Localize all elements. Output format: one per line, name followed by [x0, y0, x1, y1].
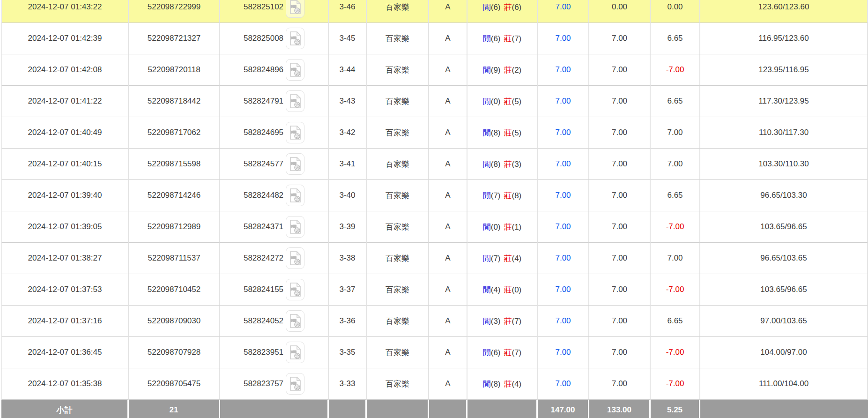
banker-label: 莊 [504, 34, 512, 43]
video-replay-button[interactable] [286, 122, 304, 143]
records-body: 2024-12-07 01:43:22 522098722999 5828251… [1, 0, 868, 400]
video-replay-button[interactable] [286, 373, 304, 395]
balance: 117.30/123.95 [700, 86, 868, 117]
video-replay-button[interactable] [286, 216, 304, 238]
round-id: 582823951 [244, 348, 283, 357]
video-replay-button[interactable] [286, 28, 304, 49]
balance: 123.60/123.60 [700, 0, 868, 23]
banker-label: 莊 [504, 97, 512, 106]
banker-score: (3) [512, 160, 522, 169]
banker-score: (4) [512, 380, 522, 388]
round-id: 582824695 [244, 128, 283, 137]
game-name: 百家樂 [367, 117, 429, 149]
banker-score: (7) [512, 34, 522, 43]
game-result: 閒(4)莊(0) [467, 274, 538, 306]
video-replay-button[interactable] [286, 90, 304, 112]
bet-id: 522098707928 [129, 337, 220, 368]
game-name: 百家樂 [367, 180, 429, 211]
valid-amount: 0.00 [589, 0, 651, 23]
game-result: 閒(6)莊(7) [467, 23, 538, 54]
bet-amount: 7.00 [538, 306, 589, 337]
round-cell: 582824155 [220, 274, 329, 306]
banker-label: 莊 [504, 317, 512, 326]
win-loss: -7.00 [651, 211, 700, 243]
balance: 104.00/97.00 [700, 337, 868, 368]
win-loss: 7.00 [651, 243, 700, 274]
player-score: (8) [491, 128, 501, 137]
balance: 96.65/103.30 [700, 180, 868, 211]
player-score: (7) [491, 254, 501, 263]
video-replay-button[interactable] [286, 342, 304, 363]
game-result: 閒(8)莊(3) [467, 149, 538, 180]
game-name: 百家樂 [367, 0, 429, 23]
valid-amount: 7.00 [589, 117, 651, 149]
video-replay-button[interactable] [286, 59, 304, 81]
video-replay-button[interactable] [286, 310, 304, 332]
player-score: (8) [491, 160, 501, 169]
subtotal-bet-total: 147.00 [538, 400, 589, 418]
round-id: 582825102 [244, 2, 283, 11]
banker-label: 莊 [504, 3, 512, 12]
player-label: 閒 [483, 317, 491, 326]
win-loss: 6.65 [651, 180, 700, 211]
round-cell: 582825102 [220, 0, 329, 23]
bet-time: 2024-12-07 01:39:05 [1, 211, 129, 243]
table-row: 2024-12-07 01:37:16 522098709030 5828240… [1, 306, 868, 337]
table-row: 2024-12-07 01:39:05 522098712989 5828243… [1, 211, 868, 243]
table-round: 3-43 [329, 86, 367, 117]
banker-score: (7) [512, 348, 522, 357]
game-name: 百家樂 [367, 274, 429, 306]
game-result: 閒(6)莊(7) [467, 337, 538, 368]
subtotal-empty-cell [220, 400, 329, 418]
game-name: 百家樂 [367, 86, 429, 117]
balance: 103.65/96.65 [700, 274, 868, 306]
subtotal-body: 小計 21 147.00 133.00 5.25 [1, 400, 868, 418]
game-name: 百家樂 [367, 368, 429, 400]
banker-label: 莊 [504, 285, 512, 294]
table-round: 3-42 [329, 117, 367, 149]
banker-score: (4) [512, 254, 522, 263]
bet-time: 2024-12-07 01:40:15 [1, 149, 129, 180]
round-id: 582825008 [244, 34, 283, 43]
player-label: 閒 [483, 34, 491, 43]
round-id: 582824577 [244, 159, 283, 168]
round-id: 582824791 [244, 97, 283, 105]
game-result: 閒(9)莊(2) [467, 54, 538, 86]
balance: 103.65/96.65 [700, 211, 868, 243]
video-replay-icon [289, 157, 302, 172]
bet-records-view: 2024-12-07 01:43:22 522098722999 5828251… [0, 0, 868, 418]
hall-code: A [429, 149, 467, 180]
video-replay-button[interactable] [286, 153, 304, 175]
video-replay-button[interactable] [286, 247, 304, 269]
bet-time: 2024-12-07 01:37:53 [1, 274, 129, 306]
round-cell: 582824052 [220, 306, 329, 337]
player-label: 閒 [483, 128, 491, 137]
round-cell: 582823757 [220, 368, 329, 400]
player-label: 閒 [483, 97, 491, 106]
table-round: 3-35 [329, 337, 367, 368]
table-round: 3-39 [329, 211, 367, 243]
bet-time: 2024-12-07 01:42:08 [1, 54, 129, 86]
win-loss: -7.00 [651, 54, 700, 86]
table-row: 2024-12-07 01:38:27 522098711537 5828242… [1, 243, 868, 274]
bet-amount: 7.00 [538, 54, 589, 86]
bet-id: 522098717062 [129, 117, 220, 149]
video-replay-icon [289, 31, 302, 46]
video-replay-button[interactable] [286, 279, 304, 300]
bet-time: 2024-12-07 01:40:49 [1, 117, 129, 149]
table-scroll-area[interactable]: 2024-12-07 01:43:22 522098722999 5828251… [1, 0, 868, 418]
game-result: 閒(7)莊(8) [467, 180, 538, 211]
round-id: 582824272 [244, 254, 283, 262]
player-label: 閒 [483, 348, 491, 357]
table-round: 3-40 [329, 180, 367, 211]
table-row: 2024-12-07 01:36:45 522098707928 5828239… [1, 337, 868, 368]
balance: 110.30/117.30 [700, 117, 868, 149]
player-score: (6) [491, 348, 501, 357]
table-row: 2024-12-07 01:43:22 522098722999 5828251… [1, 0, 868, 23]
video-replay-button[interactable] [286, 185, 304, 206]
round-cell: 582824695 [220, 117, 329, 149]
video-replay-button[interactable] [286, 0, 304, 18]
hall-code: A [429, 306, 467, 337]
bet-id: 522098714246 [129, 180, 220, 211]
valid-amount: 7.00 [589, 306, 651, 337]
